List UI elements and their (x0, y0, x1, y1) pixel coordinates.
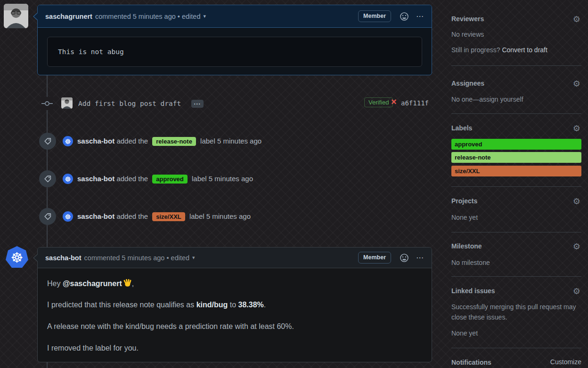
gear-icon[interactable]: ⚙ (573, 242, 580, 251)
gear-icon[interactable]: ⚙ (573, 124, 580, 133)
notifications-heading: Notifications (451, 359, 491, 366)
edited-dropdown-caret-icon[interactable]: ▾ (203, 13, 206, 19)
greeting-line: Hey @saschagrunert, (47, 279, 134, 288)
comment-saschagrunert: saschagrunert commented 5 minutes ago • … (37, 5, 432, 75)
event-actor[interactable]: sascha-bot (77, 137, 114, 145)
sascha-bot-avatar[interactable]: ☸ (63, 136, 73, 146)
requirement-line: A release note with the kind/bug needs a… (47, 322, 294, 331)
convert-to-draft-line: Still in progress? Convert to draft (451, 45, 547, 55)
mention-link[interactable]: @saschagrunert (63, 280, 122, 288)
emoji-reaction-icon[interactable] (400, 12, 409, 21)
linked-issues-empty-text: None yet (451, 328, 478, 338)
kebab-menu-icon[interactable]: ··· (416, 254, 424, 261)
projects-empty-text: None yet (451, 212, 478, 223)
linked-issues-heading: Linked issues (451, 287, 495, 295)
divider (451, 113, 581, 114)
sidebar-label-approved[interactable]: approved (451, 139, 581, 150)
commit-author-avatar[interactable] (61, 97, 73, 109)
prediction-line: I predicted that this release note quali… (47, 301, 266, 309)
person-photo-icon (61, 97, 73, 109)
label-pill[interactable]: approved (152, 175, 188, 184)
divider (451, 186, 581, 187)
kebab-menu-icon[interactable]: ··· (416, 13, 424, 20)
sidebar-label-size-xxl[interactable]: size/XXL (451, 166, 581, 176)
comment-meta: commented 5 minutes ago • edited (84, 254, 190, 262)
person-photo-icon (4, 4, 28, 28)
kubernetes-wheel-icon: ☸ (65, 176, 71, 183)
projects-heading: Projects (451, 197, 477, 205)
pr-conversation-page: saschagrunert commented 5 minutes ago • … (0, 0, 588, 368)
label-pill[interactable]: size/XXL (152, 212, 185, 221)
kubernetes-wheel-icon: ☸ (65, 138, 71, 145)
comment-code-block: This is not abug (47, 37, 422, 67)
commit-icon (41, 97, 53, 110)
milestone-empty-text: No milestone (451, 257, 490, 268)
label-pill[interactable]: release-note (152, 137, 196, 146)
edited-dropdown-caret-icon[interactable]: ▾ (192, 255, 195, 261)
commit-sha-link[interactable]: a6f111f (401, 99, 429, 107)
comment-header: saschagrunert commented 5 minutes ago • … (38, 5, 432, 28)
member-badge[interactable]: Member (358, 10, 391, 22)
kubernetes-wheel-icon: ☸ (65, 213, 71, 220)
label-event-size-xxl: ☸ sascha-bot added the size/XXL label 5 … (39, 208, 251, 225)
verified-badge[interactable]: Verified (364, 97, 393, 107)
divider (451, 232, 581, 232)
divider (451, 65, 581, 66)
event-actor[interactable]: sascha-bot (77, 175, 114, 183)
tag-icon (39, 208, 56, 225)
label-event-approved: ☸ sascha-bot added the approved label 5 … (39, 170, 253, 187)
convert-to-draft-link[interactable]: Convert to draft (502, 46, 547, 54)
event-actor[interactable]: sascha-bot (77, 212, 114, 220)
commit-description-toggle[interactable]: ··· (191, 100, 204, 108)
gear-icon[interactable]: ⚙ (573, 15, 580, 24)
label-event-release-note: ☸ sascha-bot added the release-note labe… (39, 133, 261, 150)
assignees-heading: Assignees (451, 80, 484, 87)
event-text: sascha-bot added the release-note label … (77, 137, 261, 146)
milestone-heading: Milestone (451, 242, 482, 250)
reviewers-heading: Reviewers (451, 15, 484, 23)
emoji-reaction-icon[interactable] (400, 253, 409, 263)
avatar-saschagrunert[interactable] (4, 4, 28, 28)
linked-issues-description: Successfully merging this pull request m… (451, 302, 581, 322)
sascha-bot-avatar[interactable]: ☸ (63, 174, 73, 184)
reviewers-empty-text: No reviews (451, 29, 484, 40)
divider (451, 276, 581, 277)
tag-icon (39, 170, 56, 187)
labels-heading: Labels (451, 124, 472, 132)
status-check-failed-icon[interactable]: × (391, 96, 397, 107)
gear-icon[interactable]: ⚙ (573, 197, 580, 206)
comment-author[interactable]: saschagrunert (45, 13, 92, 20)
event-text: sascha-bot added the approved label 5 mi… (77, 175, 253, 184)
customize-link[interactable]: Customize (550, 358, 581, 366)
sidebar-label-release-note[interactable]: release-note (451, 152, 581, 163)
sascha-bot-avatar[interactable]: ☸ (63, 211, 73, 222)
sidebar: Reviewers ⚙ No reviews Still in progress… (451, 0, 581, 368)
gear-icon[interactable]: ⚙ (573, 287, 580, 296)
avatar-sascha-bot[interactable]: ☸ (5, 245, 29, 270)
gear-icon[interactable]: ⚙ (573, 80, 580, 88)
wave-emoji (123, 279, 132, 288)
commit-message-link[interactable]: Add first blog post draft (78, 100, 181, 107)
comment-author[interactable]: sascha-bot (45, 254, 82, 262)
comment-header: sascha-bot commented 5 minutes ago • edi… (38, 248, 432, 268)
tag-icon (39, 133, 56, 150)
member-badge[interactable]: Member (358, 252, 391, 264)
divider (451, 348, 581, 348)
comment-meta: commented 5 minutes ago • edited (95, 13, 201, 20)
event-text: sascha-bot added the size/XXL label 5 mi… (77, 212, 251, 221)
assignees-empty-text[interactable]: No one—assign yourself (451, 94, 523, 104)
comment-sascha-bot: sascha-bot commented 5 minutes ago • edi… (37, 247, 432, 362)
removed-label-line: I removed the label for you. (47, 344, 139, 352)
kubernetes-wheel-icon: ☸ (11, 250, 24, 265)
